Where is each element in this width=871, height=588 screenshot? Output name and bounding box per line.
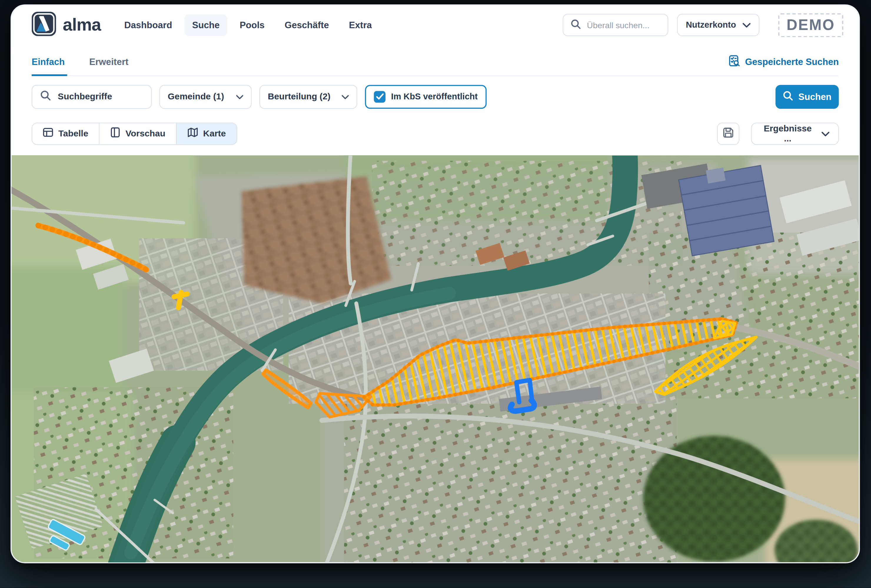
- nav-item-geschaefte[interactable]: Geschäfte: [277, 14, 337, 36]
- alma-logo-icon: [32, 12, 56, 39]
- view-option-label: Karte: [203, 128, 226, 139]
- chevron-down-icon: [743, 20, 750, 30]
- keyword-search-field[interactable]: [32, 85, 152, 109]
- view-option-karte[interactable]: Karte: [176, 123, 236, 144]
- satellite-map[interactable]: [12, 155, 859, 563]
- filter-row: Gemeinde (1) Beurteilung (2) Im KbS ver: [32, 85, 839, 109]
- view-switcher: Tabelle Vorschau: [32, 122, 237, 145]
- brand-name: alma: [63, 15, 101, 35]
- beurteilung-dropdown[interactable]: Beurteilung (2): [259, 85, 357, 109]
- chevron-down-icon: [822, 128, 829, 139]
- results-dropdown-label: Ergebnisse ...: [760, 124, 815, 143]
- search-button[interactable]: Suchen: [775, 85, 839, 109]
- search-button-label: Suchen: [798, 91, 832, 102]
- gemeinde-dropdown-label: Gemeinde (1): [168, 91, 224, 101]
- kbs-checkbox-label: Im KbS veröffentlicht: [391, 91, 477, 101]
- checkbox-checked-icon[interactable]: [374, 91, 386, 103]
- save-search-button[interactable]: [717, 122, 739, 145]
- keyword-input[interactable]: [57, 91, 143, 102]
- demo-badge: DEMO: [778, 13, 843, 37]
- view-option-vorschau[interactable]: Vorschau: [99, 123, 176, 144]
- view-toolbar: Tabelle Vorschau: [32, 122, 839, 145]
- map-canvas[interactable]: [12, 155, 859, 563]
- global-search-input[interactable]: [586, 20, 660, 30]
- search-icon: [570, 18, 581, 31]
- view-option-label: Vorschau: [126, 128, 165, 139]
- account-button[interactable]: Nutzerkonto: [677, 14, 759, 36]
- header-right: Nutzerkonto DEMO: [563, 13, 843, 37]
- kbs-published-checkbox[interactable]: Im KbS veröffentlicht: [365, 85, 486, 109]
- search-icon: [40, 90, 51, 103]
- page-background: alma Dashboard Suche Pools Geschäfte Ext…: [0, 0, 871, 588]
- brand[interactable]: alma: [32, 12, 101, 39]
- account-button-label: Nutzerkonto: [686, 20, 736, 30]
- tab-einfach[interactable]: Einfach: [32, 57, 67, 76]
- results-dropdown[interactable]: Ergebnisse ...: [751, 122, 839, 145]
- saved-searches-label: Gespeicherte Suchen: [745, 57, 839, 67]
- nav-item-extra[interactable]: Extra: [341, 14, 380, 36]
- chevron-down-icon: [342, 91, 349, 101]
- table-icon: [43, 127, 53, 140]
- nav-item-pools[interactable]: Pools: [232, 14, 272, 36]
- nav-item-suche[interactable]: Suche: [184, 14, 227, 36]
- gemeinde-dropdown[interactable]: Gemeinde (1): [160, 85, 251, 109]
- main-nav: Dashboard Suche Pools Geschäfte Extra: [117, 14, 380, 36]
- split-preview-icon: [110, 127, 121, 140]
- search-icon: [783, 90, 793, 103]
- tab-erweitert[interactable]: Erweitert: [89, 57, 131, 76]
- beurteilung-dropdown-label: Beurteilung (2): [268, 91, 331, 101]
- chevron-down-icon: [236, 91, 243, 101]
- global-search[interactable]: [563, 14, 668, 36]
- search-panel: Einfach Erweitert Gespeicherte Such: [12, 57, 859, 145]
- nav-item-dashboard[interactable]: Dashboard: [117, 14, 180, 36]
- view-toolbar-right: Ergebnisse ...: [717, 122, 839, 145]
- floppy-save-icon: [723, 127, 734, 140]
- saved-searches-link[interactable]: Gespeicherte Suchen: [729, 55, 839, 69]
- saved-searches-icon: [729, 55, 741, 69]
- app-header: alma Dashboard Suche Pools Geschäfte Ext…: [12, 6, 859, 45]
- map-icon: [187, 127, 198, 140]
- view-option-tabelle[interactable]: Tabelle: [32, 123, 99, 144]
- app-window: alma Dashboard Suche Pools Geschäfte Ext…: [10, 4, 860, 563]
- search-tabs: Einfach Erweitert Gespeicherte Such: [32, 57, 839, 76]
- view-option-label: Tabelle: [58, 128, 88, 139]
